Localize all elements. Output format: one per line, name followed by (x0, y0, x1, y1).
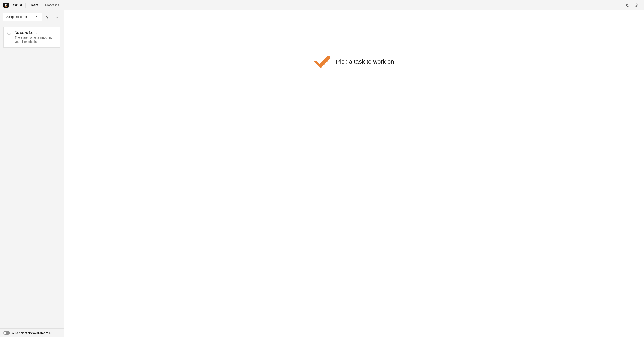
empty-state: Pick a task to work on (314, 55, 394, 68)
svg-point-1 (628, 6, 628, 6)
filter-dropdown[interactable]: Assigned to me (4, 13, 42, 21)
svg-point-3 (636, 4, 637, 5)
app-header: C Tasklist Tasks Processes (0, 0, 644, 10)
sidebar-footer: Auto-select first available task (0, 328, 64, 337)
auto-select-toggle[interactable] (4, 331, 10, 335)
svg-line-5 (10, 34, 11, 35)
filter-icon (46, 15, 49, 19)
help-button[interactable] (624, 1, 632, 9)
no-tasks-card: No tasks found There are no tasks matchi… (4, 27, 60, 48)
app-name: Tasklist (11, 4, 22, 7)
sidebar-toolbar: Assigned to me (0, 10, 64, 24)
nav-label: Processes (45, 4, 59, 7)
help-icon (626, 3, 630, 7)
main-nav: Tasks Processes (27, 0, 62, 10)
filter-button[interactable] (44, 13, 51, 21)
no-tasks-title: No tasks found (15, 31, 57, 35)
empty-state-text: Pick a task to work on (336, 58, 394, 65)
task-sidebar: Assigned to me (0, 10, 64, 337)
checkmark-icon (314, 55, 331, 68)
sort-button[interactable] (53, 13, 60, 21)
user-icon (634, 3, 638, 7)
search-icon (7, 31, 12, 37)
task-list: No tasks found There are no tasks matchi… (0, 24, 64, 328)
divider (25, 2, 26, 8)
svg-point-4 (8, 32, 10, 35)
no-tasks-description: There are no tasks matching your filter … (15, 36, 57, 44)
main-panel: Pick a task to work on (64, 10, 644, 337)
filter-dropdown-label: Assigned to me (6, 15, 27, 18)
sort-icon (55, 15, 58, 19)
nav-tasks[interactable]: Tasks (27, 0, 42, 10)
user-menu-button[interactable] (632, 1, 640, 9)
nav-processes[interactable]: Processes (42, 0, 62, 10)
chevron-down-icon (36, 15, 39, 18)
app-logo: C (4, 2, 8, 8)
auto-select-label: Auto-select first available task (12, 331, 51, 335)
nav-label: Tasks (31, 4, 38, 7)
